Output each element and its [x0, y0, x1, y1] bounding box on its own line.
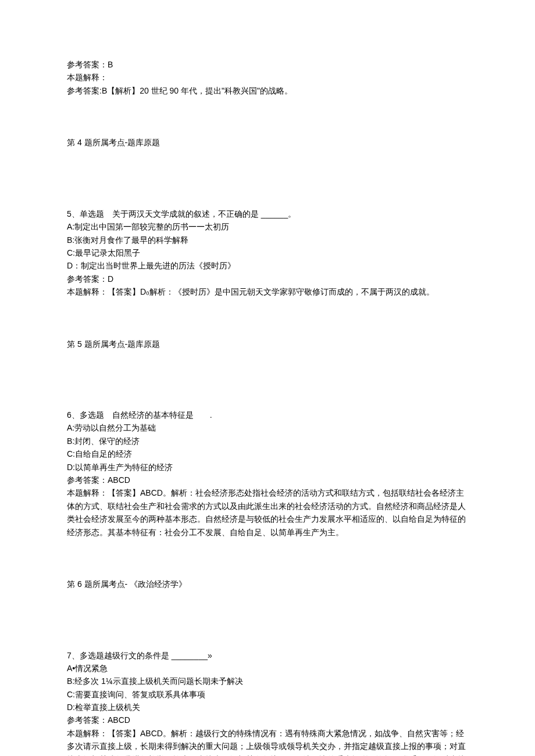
reference-answer-line: 参考答案：ABCD [67, 474, 468, 486]
question-7: 7、多选题越级行文的条件是 ________» A•情况紧急 B:经多次 1¼示… [67, 649, 468, 757]
question-6: 6、多选题 自然经济的基本特征是 . A:劳动以自然分工为基础 B:封闭、保守的… [67, 409, 468, 590]
option-c: C:自给自足的经济 [67, 447, 468, 460]
option-d: D:检举直接上级机关 [67, 701, 468, 714]
question-header: 6、多选题 自然经济的基本特征是 . [67, 409, 468, 421]
topic-line: 第 6 题所属考点- 《政治经济学》 [67, 578, 468, 590]
reference-answer-label: 参考答案： [67, 715, 108, 725]
option-a: A:劳动以自然分工为基础 [67, 421, 468, 434]
option-b: B:张衡对月食作了最早的科学解释 [67, 234, 468, 246]
option-c: C:最早记录太阳黑子 [67, 246, 468, 259]
option-b: B:经多次 1¼示直接上级机关而问题长期未予解决 [67, 675, 468, 687]
explanation-text: 本题解释：【答案】ABCD。解析：社会经济形态处指社会经济的活动方式和联结方式，… [67, 486, 468, 539]
reference-answer-value: ABCD [108, 715, 130, 725]
explanation-label: 本题解释： [67, 71, 468, 84]
option-a: A•情况紧急 [67, 662, 468, 675]
reference-answer-label: 参考答案： [67, 274, 108, 284]
question-header: 7、多选题越级行文的条件是 ________» [67, 649, 468, 662]
question-5: 5、单选题 关于两汉天文学成就的叙述，不正确的是 ______。 A:制定出中国… [67, 207, 468, 350]
explanation-text: 本题解释：【答案】ABCD。解析：越级行文的特殊情况有：遇有特殊商大紧急情况，如… [67, 727, 468, 756]
reference-answer-label: 参考答案： [67, 475, 108, 485]
question-3-tail: 参考答案：B 本题解释： 参考答案:B【解析】20 世纪 90 年代，提出"科教… [67, 58, 468, 149]
reference-answer-label: 参考答案： [67, 60, 108, 69]
option-c: C:需要直接询问、答复或联系具体事项 [67, 688, 468, 701]
explanation-text: 参考答案:B【解析】20 世纪 90 年代，提出"科教兴国"的战略。 [67, 84, 468, 97]
option-d: D:以简单再生产为特征的经济 [67, 461, 468, 474]
reference-answer-line: 参考答案：B [67, 58, 468, 71]
reference-answer-value: ABCD [108, 475, 130, 485]
reference-answer-value: D [108, 274, 113, 284]
reference-answer-line: 参考答案：ABCD [67, 714, 468, 726]
option-b: B:封闭、保守的经济 [67, 435, 468, 447]
question-header: 5、单选题 关于两汉天文学成就的叙述，不正确的是 ______。 [67, 207, 468, 220]
option-a: A:制定出中国第一部较完整的历书一一太初历 [67, 220, 468, 233]
topic-line: 第 5 题所属考点-题库原题 [67, 338, 468, 350]
topic-line: 第 4 题所属考点-题库原题 [67, 136, 468, 149]
explanation-text: 本题解释：【答案】D₀解析：《授时历》是中国元朝天文学家郭守敬修订而成的，不属于… [67, 285, 468, 298]
reference-answer-value: B [108, 60, 113, 69]
option-d: D：制定出当时世界上最先进的历法《授时历》 [67, 259, 468, 272]
reference-answer-line: 参考答案：D [67, 273, 468, 285]
